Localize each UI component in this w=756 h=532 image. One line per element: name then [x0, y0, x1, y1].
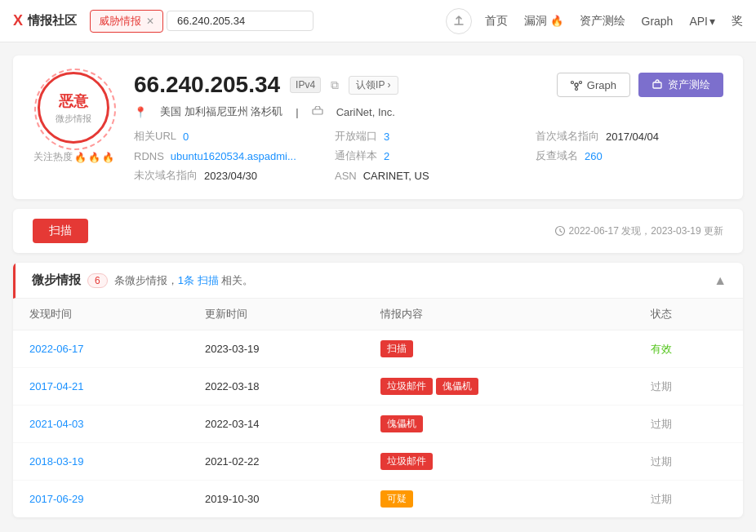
cell-status: 过期: [634, 443, 743, 481]
meta-last-domain: 未次域名指向 2023/04/30: [134, 168, 322, 183]
cell-found-date[interactable]: 2021-04-03: [13, 406, 189, 443]
col-updated-time: 更新时间: [189, 299, 364, 330]
table-row: 2018-03-192021-02-22垃圾邮件过期: [13, 443, 743, 481]
scan-time: 2022-06-17 发现，2023-03-19 更新: [554, 224, 723, 238]
nav-asset[interactable]: 资产测绘: [580, 14, 625, 29]
svg-line-5: [577, 84, 578, 85]
svg-rect-7: [653, 82, 661, 88]
cell-updated-date: 2022-03-18: [189, 368, 364, 406]
cell-updated-date: 2023-03-19: [189, 330, 364, 368]
intel-subtitle: 条微步情报，1条 扫描 相关。: [114, 273, 253, 288]
main-content: 恶意 微步情报 关注热度 🔥 🔥 🔥 66.240.205.34 IPv4 ⧉ …: [0, 42, 756, 530]
intel-tag: 傀儡机: [436, 378, 478, 395]
intel-table: 发现时间 更新时间 情报内容 状态 2022-06-172023-03-19扫描…: [13, 299, 743, 517]
intel-tag: 扫描: [380, 340, 413, 357]
threat-circle: 恶意 微步情报: [38, 72, 109, 144]
intelligence-section: 微步情报 6 条微步情报，1条 扫描 相关。 ▲ 发现时间 更新时间 情报内容 …: [13, 263, 743, 517]
cell-found-date[interactable]: 2022-06-17: [13, 330, 189, 368]
table-row: 2022-06-172023-03-19扫描有效: [13, 330, 743, 368]
intel-title-area: 微步情报 6 条微步情报，1条 扫描 相关。: [32, 273, 253, 288]
col-status: 状态: [634, 299, 743, 330]
upload-icon-btn[interactable]: [446, 8, 472, 34]
intel-scan-link[interactable]: 1条 扫描: [178, 274, 219, 286]
svg-point-1: [571, 82, 573, 84]
collapse-icon[interactable]: ▲: [714, 273, 727, 288]
scan-area: 扫描 2022-06-17 发现，2023-03-19 更新: [13, 209, 743, 253]
col-intel-content: 情报内容: [364, 299, 634, 330]
action-buttons: Graph 资产测绘: [557, 73, 723, 97]
location-text: 美国 加利福尼亚州 洛杉矶: [160, 104, 282, 119]
intel-tag: 垃圾邮件: [380, 378, 433, 395]
isp-icon: [312, 106, 323, 117]
scan-time-text: 2022-06-17 发现，2023-03-19 更新: [569, 224, 723, 238]
intel-tag: 傀儡机: [380, 415, 423, 432]
svg-line-4: [575, 84, 576, 85]
location-icon: 📍: [134, 106, 147, 118]
cell-updated-date: 2019-10-30: [189, 481, 364, 518]
browser-tabs: 威胁情报 ✕: [90, 10, 438, 33]
asset-button[interactable]: 资产测绘: [638, 73, 723, 97]
threat-badge-wrapper: 恶意 微步情报 关注热度 🔥 🔥 🔥: [33, 72, 114, 164]
cell-tags: 傀儡机: [364, 406, 634, 443]
chevron-down-icon: ▾: [709, 15, 715, 28]
ip-header: 66.240.205.34 IPv4 ⧉ 认领IP ›: [134, 72, 723, 98]
tab-close-icon[interactable]: ✕: [146, 16, 154, 27]
scan-button[interactable]: 扫描: [33, 219, 88, 243]
cell-tags: 扫描: [364, 330, 634, 368]
claim-ip-btn[interactable]: 认领IP ›: [349, 76, 398, 95]
nav-vuln[interactable]: 漏洞 🔥: [524, 14, 563, 29]
table-row: 2021-04-032022-03-14傀儡机过期: [13, 406, 743, 443]
meta-grid: 相关URL 0 开放端口 3 首次域名指向 2017/04/04 RDNS ub…: [134, 129, 723, 183]
meta-first-domain: 首次域名指向 2017/04/04: [536, 129, 723, 144]
intel-count-badge: 6: [87, 273, 108, 288]
nav-home[interactable]: 首页: [485, 14, 508, 29]
cell-found-date[interactable]: 2017-04-21: [13, 368, 189, 406]
ip-address: 66.240.205.34: [134, 72, 280, 98]
ip-details: 66.240.205.34 IPv4 ⧉ 认领IP ›: [134, 72, 723, 183]
cell-updated-date: 2022-03-14: [189, 406, 364, 443]
table-header-row: 发现时间 更新时间 情报内容 状态: [13, 299, 743, 330]
intel-header: 微步情报 6 条微步情报，1条 扫描 相关。 ▲: [13, 263, 743, 299]
meta-reverse-dns: 反查域名 260: [536, 149, 723, 163]
svg-rect-8: [313, 109, 322, 114]
svg-point-3: [575, 88, 577, 91]
cell-status: 过期: [634, 368, 743, 406]
ip-info-card: 恶意 微步情报 关注热度 🔥 🔥 🔥 66.240.205.34 IPv4 ⧉ …: [13, 55, 743, 199]
meta-samples: 通信样本 2: [335, 149, 523, 163]
logo-x: X: [13, 12, 23, 29]
nav-api[interactable]: API ▾: [689, 15, 715, 28]
search-input[interactable]: [167, 11, 314, 31]
flame-icon-1: 🔥: [74, 152, 87, 163]
nav-award[interactable]: 奖: [732, 14, 743, 29]
flame-icon-3: 🔥: [102, 152, 114, 163]
asset-btn-icon: [651, 79, 663, 91]
meta-rdns: RDNS ubuntu1620534.aspadmi...: [134, 149, 322, 163]
logo: X 情报社区: [13, 12, 77, 29]
location-row: 📍 美国 加利福尼亚州 洛杉矶 | CariNet, Inc.: [134, 104, 723, 119]
tab-label: 威胁情报: [99, 14, 141, 29]
table-row: 2017-06-292019-10-30可疑过期: [13, 481, 743, 518]
nav-links: 首页 漏洞 🔥 资产测绘 Graph API ▾ 奖: [485, 14, 744, 29]
logo-text: 情报社区: [28, 13, 77, 29]
cell-updated-date: 2021-02-22: [189, 443, 364, 481]
table-row: 2017-04-212022-03-18垃圾邮件傀儡机过期: [13, 368, 743, 406]
upload-icon: [452, 15, 465, 28]
cell-tags: 垃圾邮件: [364, 443, 634, 481]
cell-status: 过期: [634, 481, 743, 518]
cell-tags: 垃圾邮件傀儡机: [364, 368, 634, 406]
fire-icon: 🔥: [550, 15, 563, 27]
meta-url: 相关URL 0: [134, 129, 322, 144]
isp-text: CariNet, Inc.: [336, 106, 395, 118]
heat-label: 关注热度: [33, 150, 73, 164]
copy-icon[interactable]: ⧉: [331, 78, 339, 92]
ip-type-badge: IPv4: [290, 77, 321, 93]
intel-tag: 垃圾邮件: [380, 453, 433, 470]
cell-found-date[interactable]: 2018-03-19: [13, 443, 189, 481]
cell-found-date[interactable]: 2017-06-29: [13, 481, 189, 518]
meta-asn: ASN CARINET, US: [335, 168, 523, 183]
nav-graph[interactable]: Graph: [642, 15, 674, 28]
graph-button[interactable]: Graph: [557, 73, 630, 97]
intel-title: 微步情报: [32, 273, 81, 288]
heat-level: 关注热度 🔥 🔥 🔥: [33, 150, 114, 164]
tab-threat-intel[interactable]: 威胁情报 ✕: [90, 10, 163, 33]
